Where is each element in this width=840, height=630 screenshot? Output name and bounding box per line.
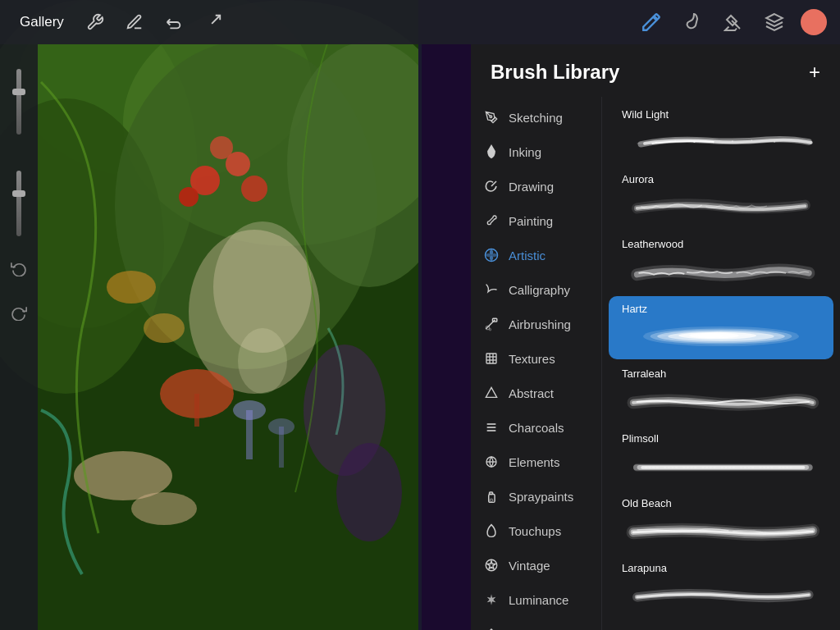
opacity-slider-container <box>16 171 21 236</box>
svg-point-54 <box>674 140 675 141</box>
svg-marker-52 <box>487 561 496 569</box>
airbrushing-icon <box>482 315 500 333</box>
panel-content: Sketching Inking Drawing <box>471 97 840 630</box>
category-vintage[interactable]: Vintage <box>471 548 601 582</box>
brush-name-tarraleah: Tarraleah <box>622 368 820 380</box>
brush-name-hartz: Hartz <box>622 303 820 315</box>
svg-rect-49 <box>490 492 493 494</box>
svg-point-21 <box>233 400 266 420</box>
brush-name-leatherwood: Leatherwood <box>622 238 820 250</box>
brush-item-hartz[interactable]: Hartz <box>609 296 833 359</box>
category-touchups[interactable]: Touchups <box>471 514 601 548</box>
svg-point-58 <box>751 139 751 140</box>
category-industrial[interactable]: Industrial <box>471 617 601 630</box>
category-textures[interactable]: Textures <box>471 341 601 376</box>
wrench-tool[interactable] <box>80 7 110 37</box>
svg-marker-31 <box>766 14 783 22</box>
airbrushing-label: Airbrushing <box>509 317 571 331</box>
gallery-button[interactable]: Gallery <box>13 9 71 35</box>
brush-stroke-wild-light <box>622 126 820 158</box>
svg-point-56 <box>713 142 714 143</box>
elements-label: Elements <box>509 455 560 469</box>
vintage-label: Vintage <box>509 559 550 573</box>
smudge-finger-tool[interactable] <box>678 7 707 37</box>
eraser-tool-button[interactable] <box>719 7 748 37</box>
svg-point-13 <box>210 136 233 159</box>
brush-name-plimsoll: Plimsoll <box>622 432 820 445</box>
brush-item-larapuna[interactable]: Larapuna <box>609 555 833 619</box>
sketching-icon <box>482 108 500 126</box>
brush-item-wild-light[interactable]: Wild Light <box>609 102 833 165</box>
undo-button[interactable] <box>7 256 31 281</box>
svg-point-59 <box>774 141 775 143</box>
svg-point-12 <box>241 176 267 202</box>
brush-list: Wild Light <box>602 97 840 630</box>
brush-size-slider-container <box>16 69 21 135</box>
svg-marker-42 <box>486 387 496 397</box>
sketching-label: Sketching <box>509 111 563 125</box>
spraypaints-icon <box>482 487 500 505</box>
brush-item-plimsoll[interactable]: Plimsoll <box>609 426 833 489</box>
redo-button[interactable] <box>7 300 31 325</box>
svg-point-24 <box>238 328 287 394</box>
industrial-label: Industrial <box>509 628 559 631</box>
category-abstract[interactable]: Abstract <box>471 376 601 410</box>
category-airbrushing[interactable]: Airbrushing <box>471 307 601 341</box>
vintage-icon <box>482 556 500 574</box>
brush-stroke-old-beach <box>622 514 820 547</box>
brush-stroke-leatherwood <box>622 255 820 288</box>
abstract-label: Abstract <box>509 386 554 400</box>
svg-rect-37 <box>486 354 496 363</box>
category-sketching[interactable]: Sketching <box>471 100 601 135</box>
category-painting[interactable]: Painting <box>471 203 601 238</box>
modify-tool[interactable] <box>120 7 149 37</box>
drawing-label: Drawing <box>509 180 554 194</box>
artistic-label: Artistic <box>509 249 546 262</box>
category-inking[interactable]: Inking <box>471 135 601 169</box>
add-brush-button[interactable]: + <box>809 62 820 82</box>
textures-label: Textures <box>509 352 555 366</box>
panel-header: Brush Library + <box>471 44 840 97</box>
touchups-label: Touchups <box>509 524 561 538</box>
svg-point-32 <box>490 116 492 118</box>
brush-name-wild-light: Wild Light <box>622 108 820 121</box>
brush-name-larapuna: Larapuna <box>622 562 820 574</box>
svg-point-36 <box>489 329 491 331</box>
brush-item-old-beach[interactable]: Old Beach <box>609 491 833 554</box>
canvas-background <box>0 0 418 630</box>
brush-stroke-larapuna <box>622 579 820 612</box>
color-picker[interactable] <box>801 9 827 35</box>
category-elements[interactable]: Elements <box>471 445 601 479</box>
brush-item-tarraleah[interactable]: Tarraleah <box>609 361 833 424</box>
brush-stroke-aurora <box>622 190 820 223</box>
calligraphy-label: Calligraphy <box>509 283 570 297</box>
industrial-icon <box>482 625 500 630</box>
svg-point-8 <box>131 492 197 525</box>
textures-icon <box>482 349 500 368</box>
smudge-tool[interactable] <box>159 7 189 37</box>
abstract-icon <box>482 384 500 402</box>
layers-tool-button[interactable] <box>760 7 789 37</box>
artistic-icon <box>482 246 500 264</box>
transform-tool[interactable] <box>199 7 228 37</box>
category-drawing[interactable]: Drawing <box>471 169 601 203</box>
brush-tool-button[interactable] <box>637 7 666 37</box>
brush-stroke-plimsoll <box>622 450 820 482</box>
panel-title: Brush Library <box>491 61 619 84</box>
painting-label: Painting <box>509 214 553 228</box>
svg-point-11 <box>179 187 199 207</box>
svg-point-55 <box>693 141 695 143</box>
svg-point-19 <box>336 443 402 541</box>
opacity-slider[interactable] <box>16 171 21 236</box>
category-charcoals[interactable]: Charcoals <box>471 410 601 445</box>
brush-size-slider[interactable] <box>16 69 21 135</box>
brush-item-aurora[interactable]: Aurora <box>609 167 833 230</box>
brush-item-leatherwood[interactable]: Leatherwood <box>609 231 833 294</box>
svg-point-23 <box>268 418 294 435</box>
category-spraypaints[interactable]: Spraypaints <box>471 479 601 514</box>
brush-stroke-hartz <box>622 320 820 353</box>
category-calligraphy[interactable]: Calligraphy <box>471 272 601 307</box>
category-artistic[interactable]: Artistic <box>471 238 601 272</box>
brush-library-panel: Brush Library + Sketching <box>471 44 840 630</box>
category-luminance[interactable]: Luminance <box>471 582 601 617</box>
